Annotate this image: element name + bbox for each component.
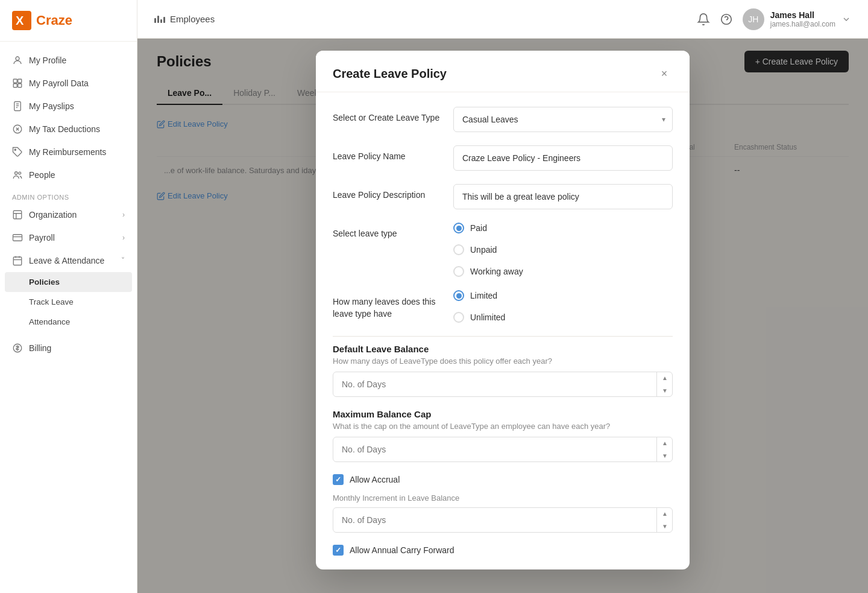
- sidebar-item-people[interactable]: People: [0, 163, 137, 186]
- sidebar-subitem-track-leave[interactable]: Track Leave: [0, 292, 137, 312]
- user-menu[interactable]: JH James Hall james.hall@aol.com: [743, 8, 851, 30]
- leave-type-select-wrapper: Casual Leaves Sick Leaves Annual Leaves …: [453, 107, 673, 132]
- radio-limited[interactable]: Limited: [453, 290, 673, 301]
- modal-close-button[interactable]: ×: [656, 65, 673, 82]
- bell-icon[interactable]: [697, 13, 710, 26]
- radio-working-away[interactable]: Working away: [453, 266, 673, 277]
- svg-point-16: [19, 172, 21, 174]
- radio-unlimited[interactable]: Unlimited: [453, 312, 673, 323]
- monthly-stepper-up-button[interactable]: ▲: [657, 507, 673, 520]
- chevron-down-user-icon: [841, 14, 851, 24]
- sidebar-item-payroll[interactable]: Payroll ›: [0, 226, 137, 249]
- sidebar-item-my-payslips[interactable]: My Payslips: [0, 95, 137, 118]
- section-default-balance: Default Leave Balance How many days of L…: [333, 344, 673, 397]
- main-content: Employees JH James Hall james.hall@aol.c…: [137, 0, 868, 593]
- monthly-increment-input[interactable]: [333, 507, 673, 533]
- max-stepper-down-button[interactable]: ▼: [657, 449, 673, 462]
- label-policy-name: Leave Policy Name: [333, 145, 453, 161]
- max-balance-label: Maximum Balance Cap: [333, 409, 673, 419]
- allow-carry-forward-label: Allow Annual Carry Forward: [350, 545, 454, 555]
- allow-carry-forward-row: Allow Annual Carry Forward: [333, 545, 673, 556]
- max-balance-sub: What is the cap on the amount of LeaveTy…: [333, 422, 673, 431]
- sidebar-item-my-reimbursements[interactable]: My Reimbursements: [0, 141, 137, 163]
- form-row-policy-name: Leave Policy Name: [333, 145, 673, 171]
- max-balance-input[interactable]: [333, 437, 673, 462]
- sidebar-item-billing[interactable]: Billing: [0, 337, 137, 360]
- admin-options-label: ADMIN OPTIONS: [0, 186, 137, 203]
- help-icon[interactable]: [720, 13, 733, 26]
- radio-label-unpaid: Unpaid: [470, 245, 497, 255]
- stepper-buttons: ▲ ▼: [656, 372, 673, 397]
- leave-type-radio-group: Paid Unpaid Working away: [453, 223, 673, 277]
- content-area: Policies + Create Leave Policy Leave Po.…: [137, 39, 868, 593]
- sidebar-label-my-payroll-data: My Payroll Data: [29, 78, 89, 88]
- svg-rect-17: [13, 211, 22, 219]
- leave-type-select[interactable]: Casual Leaves Sick Leaves Annual Leaves …: [453, 107, 673, 132]
- control-leaves-count: Limited Unlimited: [453, 290, 673, 323]
- monthly-increment-stepper: ▲ ▼: [333, 507, 673, 533]
- sidebar-label-my-tax-deductions: My Tax Deductions: [29, 124, 100, 134]
- label-leaves-count: How many leaves does this leave type hav…: [333, 290, 453, 320]
- max-stepper-up-button[interactable]: ▲: [657, 437, 673, 449]
- radio-circle-limited: [453, 290, 464, 301]
- monthly-stepper-down-button[interactable]: ▼: [657, 520, 673, 533]
- monthly-stepper-buttons: ▲ ▼: [656, 507, 673, 533]
- form-row-leave-type-radio: Select leave type Paid Unpaid: [333, 223, 673, 277]
- form-row-leaves-count: How many leaves does this leave type hav…: [333, 290, 673, 323]
- chevron-down-icon: ˅: [121, 256, 125, 265]
- radio-paid[interactable]: Paid: [453, 223, 673, 233]
- default-balance-stepper: ▲ ▼: [333, 372, 673, 397]
- create-leave-policy-modal: Create Leave Policy × Select or Create L…: [316, 51, 690, 569]
- svg-rect-3: [13, 79, 17, 83]
- topbar-section-label: Employees: [154, 14, 215, 24]
- divider-1: [333, 336, 673, 337]
- sidebar-item-organization[interactable]: Organization ›: [0, 203, 137, 226]
- sidebar-label-billing: Billing: [29, 343, 51, 353]
- sidebar-label-my-payslips: My Payslips: [29, 101, 74, 111]
- sidebar-item-leave-attendance[interactable]: Leave & Attendance ˅: [0, 249, 137, 272]
- radio-unpaid[interactable]: Unpaid: [453, 244, 673, 255]
- stepper-up-button[interactable]: ▲: [657, 372, 673, 384]
- label-policy-desc: Leave Policy Description: [333, 184, 453, 200]
- sidebar-item-my-profile[interactable]: My Profile: [0, 49, 137, 72]
- sidebar-label-my-reimbursements: My Reimbursements: [29, 147, 106, 157]
- policy-desc-input[interactable]: [453, 184, 673, 209]
- modal-overlay[interactable]: Create Leave Policy × Select or Create L…: [137, 39, 868, 593]
- modal-title: Create Leave Policy: [333, 67, 447, 81]
- grid-icon: [12, 78, 23, 89]
- default-balance-input[interactable]: [333, 372, 673, 397]
- people-icon: [12, 170, 23, 180]
- stepper-down-button[interactable]: ▼: [657, 384, 673, 397]
- sidebar-label-leave-attendance: Leave & Attendance: [29, 256, 104, 265]
- control-leave-type-radio: Paid Unpaid Working away: [453, 223, 673, 277]
- allow-carry-forward-checkbox[interactable]: [333, 545, 344, 556]
- radio-circle-paid: [453, 223, 464, 233]
- allow-accrual-checkbox[interactable]: [333, 474, 344, 485]
- tax-icon: [12, 124, 23, 135]
- radio-label-paid: Paid: [470, 223, 487, 233]
- tag-icon: [12, 147, 23, 157]
- logo[interactable]: X Craze: [0, 0, 137, 42]
- sidebar-subitem-attendance[interactable]: Attendance: [0, 312, 137, 332]
- sidebar-item-my-tax-deductions[interactable]: My Tax Deductions: [0, 118, 137, 141]
- default-balance-sub: How many days of LeaveType does this pol…: [333, 357, 673, 366]
- section-max-balance: Maximum Balance Cap What is the cap on t…: [333, 409, 673, 462]
- topbar: Employees JH James Hall james.hall@aol.c…: [137, 0, 868, 39]
- control-policy-desc: [453, 184, 673, 209]
- svg-rect-4: [18, 79, 22, 83]
- dollar-icon: [12, 343, 23, 354]
- monthly-increment-sub: Monthly Increment in Leave Balance: [333, 493, 673, 503]
- modal-body: Select or Create Leave Type Casual Leave…: [316, 92, 690, 569]
- svg-text:X: X: [16, 14, 24, 27]
- radio-label-working-away: Working away: [470, 267, 523, 276]
- policy-name-input[interactable]: [453, 145, 673, 171]
- sidebar-label-payroll: Payroll: [29, 233, 55, 243]
- chevron-right-icon: ›: [122, 211, 125, 219]
- svg-rect-7: [14, 102, 21, 111]
- sidebar-label-people: People: [29, 170, 55, 180]
- default-balance-label: Default Leave Balance: [333, 344, 673, 354]
- sidebar-subitem-policies[interactable]: Policies: [5, 272, 132, 292]
- control-leave-type: Casual Leaves Sick Leaves Annual Leaves …: [453, 107, 673, 132]
- sidebar-item-my-payroll-data[interactable]: My Payroll Data: [0, 72, 137, 95]
- radio-circle-unlimited: [453, 312, 464, 323]
